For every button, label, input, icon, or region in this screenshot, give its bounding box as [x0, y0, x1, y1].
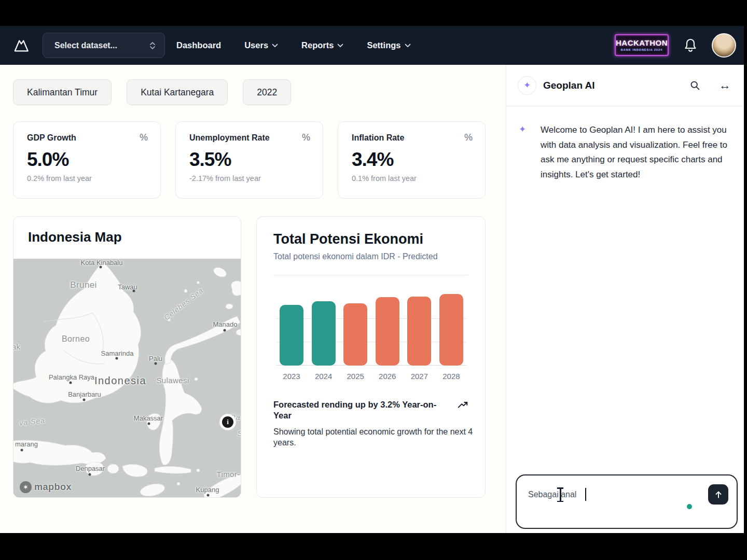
map-city-label: Palangka Raya	[49, 373, 94, 381]
arrow-up-icon	[714, 490, 723, 499]
map-region-label: ak	[13, 342, 20, 351]
kpi-row: GDP Growth % 5.0% 0.2% from last year Un…	[13, 121, 486, 199]
map-labels-layer: Kota KinabaluTawauManadoSamarindaPaluPal…	[13, 259, 241, 498]
app-screen: Select dataset... DashboardUsersReportsS…	[0, 26, 744, 533]
chart-title: Total Potensi Ekonomi	[273, 231, 468, 247]
kpi-value: 5.0%	[27, 149, 147, 171]
kpi-value: 3.4%	[352, 149, 472, 171]
map-region-label: Sulawesi	[156, 376, 189, 385]
chat-search-button[interactable]	[687, 78, 702, 93]
map-city-dot	[116, 357, 118, 360]
filter-chip[interactable]: 2022	[243, 79, 291, 105]
user-avatar[interactable]	[712, 33, 736, 58]
map-region-label: Brunei	[70, 280, 97, 290]
chevron-down-icon	[272, 44, 278, 48]
assistant-message-text: Welcome to Geoplan AI! I am here to assi…	[541, 123, 734, 182]
x-tick-label: 2025	[343, 372, 367, 381]
app-logo-mountain-icon[interactable]	[12, 37, 30, 53]
chat-header: ✦ Geoplan AI ↔	[506, 65, 744, 106]
map-region-label: Indonesia	[94, 375, 146, 387]
bar-2028	[439, 294, 463, 366]
bar-chart	[280, 294, 463, 366]
select-dataset-dropdown[interactable]: Select dataset...	[43, 33, 165, 58]
filter-chip[interactable]: Kutai Kartanegara	[127, 79, 228, 105]
kpi-card-unemployment: Unemployment Rate % 3.5% -2.17% from las…	[175, 121, 323, 199]
chat-title: Geoplan AI	[543, 80, 687, 91]
mapbox-logo-icon: ✶	[20, 481, 32, 493]
bar-2025	[343, 303, 367, 366]
map-city-label: Makassar	[134, 414, 163, 422]
kpi-value: 3.5%	[189, 149, 309, 171]
search-icon	[689, 80, 700, 91]
kpi-card-gdp: GDP Growth % 5.0% 0.2% from last year	[13, 121, 161, 199]
map-city-label: Kota Kinabalu	[81, 259, 123, 267]
sparkle-icon: ✦	[518, 76, 536, 95]
expand-icon: ↔	[719, 79, 731, 91]
map-city-dot	[207, 494, 210, 497]
map-city-dot	[100, 266, 102, 269]
map-sea-label: Celebes Sea	[162, 286, 205, 322]
text-caret	[585, 488, 586, 501]
bars-layer	[280, 294, 463, 366]
percent-icon: %	[140, 132, 148, 143]
select-dataset-label: Select dataset...	[54, 41, 117, 50]
chat-input-box[interactable]: Sebagai anal	[516, 474, 738, 529]
x-tick-label: 2026	[376, 372, 399, 381]
top-navbar: Select dataset... DashboardUsersReportsS…	[0, 26, 744, 65]
kpi-title: GDP Growth	[27, 133, 147, 143]
total-potensi-ekonomi-card: Total Potensi Ekonomi Total potensi ekon…	[256, 216, 486, 498]
kpi-title: Unemployment Rate	[189, 133, 309, 143]
map-city-dot	[89, 473, 91, 476]
kpi-card-inflation: Inflation Rate % 3.4% 0.1% from last yea…	[338, 121, 486, 199]
select-chevrons-icon	[149, 41, 156, 50]
send-button[interactable]	[708, 484, 728, 505]
map-city-dot	[155, 362, 157, 365]
filter-chip[interactable]: Kalimantan Timur	[13, 79, 112, 105]
trending-up-icon	[457, 399, 468, 411]
map-sea-label: S	[238, 429, 241, 438]
map-city-dot	[224, 329, 226, 332]
nav-item-users[interactable]: Users	[244, 40, 278, 50]
notifications-bell-icon[interactable]	[683, 37, 698, 53]
kpi-delta: -2.17% from last year	[189, 174, 309, 183]
x-tick-label: 2027	[407, 372, 431, 381]
nav-item-settings[interactable]: Settings	[367, 40, 410, 50]
map-city-label: Banjarbaru	[68, 390, 101, 398]
map-city-label: Kupang	[196, 486, 219, 494]
assistant-message: ✦ Welcome to Geoplan AI! I am here to as…	[506, 106, 744, 182]
status-dot	[687, 504, 692, 509]
mapbox-attribution-logo[interactable]: ✶ mapbox	[20, 481, 72, 493]
map-city-label: Manado	[213, 320, 238, 328]
nav-item-dashboard[interactable]: Dashboard	[176, 40, 221, 50]
percent-icon: %	[464, 132, 473, 143]
indonesia-map-card: Indonesia Map	[13, 216, 241, 498]
map-city-dot	[70, 382, 72, 384]
info-icon: i	[222, 416, 233, 428]
hackathon-badge-subtitle: BANK INDONESIA 2024	[621, 48, 663, 51]
percent-icon: %	[302, 132, 310, 143]
insight-description: Showing total potential economic growth …	[273, 427, 476, 449]
bar-2024	[312, 301, 336, 366]
nav-item-reports[interactable]: Reports	[301, 40, 343, 50]
map-card-title: Indonesia Map	[13, 217, 241, 245]
x-tick-label: 2028	[439, 372, 463, 381]
chat-expand-button[interactable]: ↔	[717, 78, 732, 93]
chat-input-value: Sebagai anal	[528, 490, 576, 499]
map-city-label: Palu	[149, 355, 162, 362]
main-nav: DashboardUsersReportsSettings	[176, 26, 411, 65]
bar-2023	[280, 305, 303, 366]
x-axis-labels: 202320242025202620272028	[280, 372, 463, 381]
map-region-label: Timor-	[216, 470, 240, 479]
map-city-dot	[133, 290, 135, 292]
mouse-ibeam-cursor	[556, 487, 564, 502]
map-city-dot	[83, 399, 86, 401]
divider	[273, 275, 468, 275]
mapbox-map[interactable]: Kota KinabaluTawauManadoSamarindaPaluPal…	[13, 259, 241, 498]
kpi-title: Inflation Rate	[352, 133, 472, 143]
map-city-dot	[21, 449, 23, 452]
map-info-button[interactable]: i	[220, 414, 236, 430]
map-city-label: Samarinda	[101, 349, 134, 357]
chevron-down-icon	[405, 44, 411, 48]
hackathon-badge: HACKATHON BANK INDONESIA 2024	[615, 34, 669, 56]
geoplan-ai-panel: ✦ Geoplan AI ↔ ✦ Welcome to Geoplan AI! …	[506, 65, 744, 533]
